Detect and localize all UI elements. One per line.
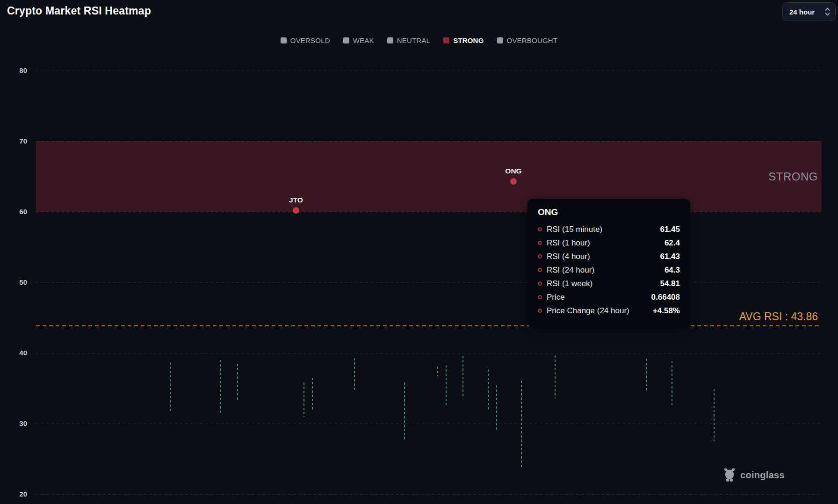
rsi-range-line[interactable] <box>521 381 522 469</box>
tooltip-rows: RSI (15 minute)61.45RSI (1 hour)62.4RSI … <box>538 223 680 317</box>
gridline <box>36 353 822 353</box>
rsi-range-line[interactable] <box>237 364 238 401</box>
gridline <box>36 282 822 283</box>
gridline <box>36 494 822 495</box>
tooltip-row-value: 61.45 <box>660 225 680 234</box>
coinglass-watermark: coinglass <box>722 468 785 482</box>
y-axis-tick-label: 50 <box>7 278 27 286</box>
tooltip-row-value: 54.81 <box>660 279 680 288</box>
rsi-range-line[interactable] <box>555 355 556 399</box>
tooltip-bullet-icon <box>538 254 542 259</box>
data-point-jto[interactable] <box>293 207 299 214</box>
strong-band-edge <box>36 212 822 212</box>
rsi-range-line[interactable] <box>354 358 355 390</box>
data-point-ong[interactable] <box>510 178 517 185</box>
rsi-heatmap-app: Crypto Market RSI Heatmap 24 hour OVERSO… <box>0 0 838 504</box>
coinglass-logo-icon <box>722 468 737 482</box>
tooltip-row-label: Price Change (24 hour) <box>547 306 629 316</box>
y-axis-tick-label: 20 <box>7 490 27 498</box>
avg-rsi-label: AVG RSI : 43.86 <box>739 310 818 323</box>
y-axis-tick-label: 30 <box>7 419 27 427</box>
avg-rsi-line <box>36 325 822 326</box>
rsi-range-line[interactable] <box>437 367 438 376</box>
tooltip-row: RSI (24 hour)64.3 <box>538 263 680 277</box>
tooltip-bullet-icon <box>538 295 542 299</box>
rsi-range-line[interactable] <box>220 360 221 414</box>
rsi-range-line[interactable] <box>312 378 313 410</box>
rsi-range-line[interactable] <box>646 359 647 391</box>
tooltip-title: ONG <box>538 207 680 217</box>
tooltip-row-label: RSI (4 hour) <box>547 252 590 261</box>
tooltip-row-value: +4.58% <box>653 306 680 316</box>
y-axis-tick-label: 80 <box>7 66 27 74</box>
tooltip-row-value: 62.4 <box>665 238 680 248</box>
rsi-range-line[interactable] <box>462 356 463 398</box>
rsi-range-line[interactable] <box>404 382 405 439</box>
rsi-range-line[interactable] <box>303 382 304 417</box>
tooltip-row-label: RSI (1 hour) <box>547 238 590 248</box>
strong-band <box>36 141 822 212</box>
tooltip-bullet-icon <box>538 309 542 313</box>
tooltip-row: RSI (1 hour)62.4 <box>538 236 680 250</box>
y-axis-tick-label: 70 <box>7 137 27 145</box>
rsi-range-line[interactable] <box>672 361 672 405</box>
tooltip-row-value: 64.3 <box>665 266 680 275</box>
tooltip-row-label: RSI (24 hour) <box>547 266 594 275</box>
coinglass-logo-text: coinglass <box>740 470 785 481</box>
strong-band-edge <box>36 141 822 142</box>
rsi-range-line[interactable] <box>496 385 497 431</box>
tooltip-row: RSI (1 week)54.81 <box>538 277 680 290</box>
tooltip-row: RSI (4 hour)61.43 <box>538 250 680 263</box>
data-point-label: JTO <box>275 196 317 204</box>
tooltip: ONG RSI (15 minute)61.45RSI (1 hour)62.4… <box>527 199 690 327</box>
rsi-range-line[interactable] <box>170 362 171 413</box>
tooltip-row-label: RSI (15 minute) <box>547 225 602 234</box>
tooltip-row: Price0.66408 <box>538 290 680 304</box>
tooltip-row-value: 0.66408 <box>651 293 680 302</box>
rsi-range-line[interactable] <box>446 365 447 405</box>
rsi-range-line[interactable] <box>488 369 489 410</box>
tooltip-row: Price Change (24 hour)+4.58% <box>538 304 680 317</box>
data-point-label: ONG <box>492 167 535 175</box>
y-axis-tick-label: 40 <box>7 349 27 357</box>
tooltip-bullet-icon <box>538 241 542 245</box>
tooltip-bullet-icon <box>538 281 542 286</box>
rsi-range-line[interactable] <box>714 389 715 441</box>
tooltip-row-value: 61.43 <box>660 252 680 261</box>
tooltip-bullet-icon <box>538 268 542 272</box>
tooltip-row-label: Price <box>547 293 565 302</box>
tooltip-row: RSI (15 minute)61.45 <box>538 223 680 236</box>
tooltip-bullet-icon <box>538 227 542 231</box>
y-axis-tick-label: 60 <box>7 208 27 216</box>
gridline <box>36 424 822 424</box>
chart-plot-area: 80706050403020STRONGAVG RSI : 43.86JTOON… <box>0 0 838 504</box>
strong-band-label: STRONG <box>768 170 818 183</box>
tooltip-row-label: RSI (1 week) <box>547 279 592 288</box>
gridline <box>36 71 822 71</box>
